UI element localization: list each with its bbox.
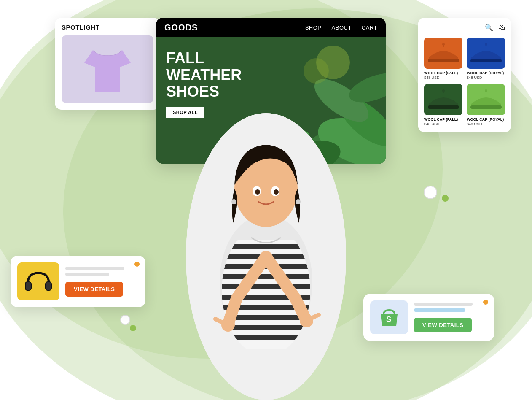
svg-rect-23 (428, 105, 459, 109)
spotlight-image (62, 35, 153, 103)
goods-nav: GOODS SHOP ABOUT CART (156, 18, 386, 37)
svg-rect-19 (428, 59, 459, 62)
cart-icon[interactable]: 🛍 (498, 24, 505, 32)
person-oval (186, 113, 346, 400)
goods-nav-links: SHOP ABOUT CART (305, 24, 377, 31)
shopify-card-dot (483, 300, 488, 305)
search-icon[interactable]: 🔍 (485, 24, 493, 32)
svg-point-26 (485, 89, 487, 92)
headphones-image (17, 262, 59, 300)
product-price: $48 USD (467, 76, 505, 80)
svg-point-24 (442, 89, 445, 92)
svg-point-53 (296, 199, 301, 204)
product-price: $48 USD (467, 122, 505, 126)
product-image (424, 38, 462, 69)
goods-cart-link[interactable]: CART (362, 24, 377, 31)
view-details-button-green[interactable]: VIEW DETAILS (414, 318, 472, 332)
spotlight-title: SPOTLIGHT (62, 24, 99, 31)
svg-rect-39 (220, 274, 312, 279)
person-container (177, 79, 355, 400)
headphones-content: VIEW DETAILS (65, 267, 139, 297)
headphones-card: VIEW DETAILS (11, 256, 145, 307)
svg-text:S: S (386, 315, 391, 324)
product-name: WOOL CAP (ROYAL) (467, 71, 505, 76)
svg-point-55 (300, 314, 313, 327)
products-card-header: 🔍 🛍 (424, 24, 505, 32)
white-dot-2 (120, 315, 130, 325)
products-grid: WOOL CAP (FALL) $48 USD WOOL CAP (ROYAL)… (424, 38, 505, 126)
products-card: 🔍 🛍 WOOL CAP (FALL) $48 USD (418, 18, 511, 132)
product-name: WOOL CAP (FALL) (424, 117, 462, 122)
product-price: $48 USD (424, 76, 462, 80)
shopify-line2 (414, 308, 465, 312)
shopify-image: S (370, 300, 408, 334)
headphones-line2 (65, 273, 109, 276)
product-item: WOOL CAP (FALL) $48 USD (424, 84, 462, 126)
green-dot-1 (442, 195, 449, 202)
goods-about-link[interactable]: ABOUT (332, 24, 352, 31)
product-image (467, 84, 505, 115)
svg-point-22 (485, 43, 487, 46)
product-image (424, 84, 462, 115)
goods-shop-link[interactable]: SHOP (305, 24, 322, 31)
svg-rect-25 (470, 105, 502, 109)
svg-point-51 (274, 189, 279, 195)
svg-point-54 (221, 318, 235, 332)
white-dot-1 (424, 186, 437, 199)
svg-rect-30 (46, 282, 51, 290)
svg-rect-29 (26, 282, 31, 290)
svg-point-52 (231, 199, 236, 204)
headphones-line1 (65, 267, 124, 270)
shopify-line1 (414, 303, 473, 306)
goods-logo: GOODS (164, 23, 198, 32)
spotlight-card: SPOTLIGHT (55, 18, 160, 110)
product-item: WOOL CAP (ROYAL) $48 USD (467, 84, 505, 126)
product-name: WOOL CAP (ROYAL) (467, 117, 505, 122)
product-name: WOOL CAP (FALL) (424, 71, 462, 76)
card-dot (134, 262, 140, 267)
svg-point-50 (255, 189, 260, 195)
shopify-card: S VIEW DETAILS (363, 294, 494, 341)
spotlight-header: SPOTLIGHT (55, 18, 160, 35)
product-price: $48 USD (424, 122, 462, 126)
svg-rect-40 (220, 284, 312, 289)
green-dot-2 (130, 325, 136, 331)
product-item: WOOL CAP (ROYAL) $48 USD (467, 38, 505, 80)
svg-point-20 (442, 43, 445, 46)
product-item: WOOL CAP (FALL) $48 USD (424, 38, 462, 80)
product-image (467, 38, 505, 69)
svg-rect-21 (470, 59, 502, 62)
view-details-button-orange[interactable]: VIEW DETAILS (65, 282, 123, 297)
shopify-content: VIEW DETAILS (414, 303, 487, 332)
